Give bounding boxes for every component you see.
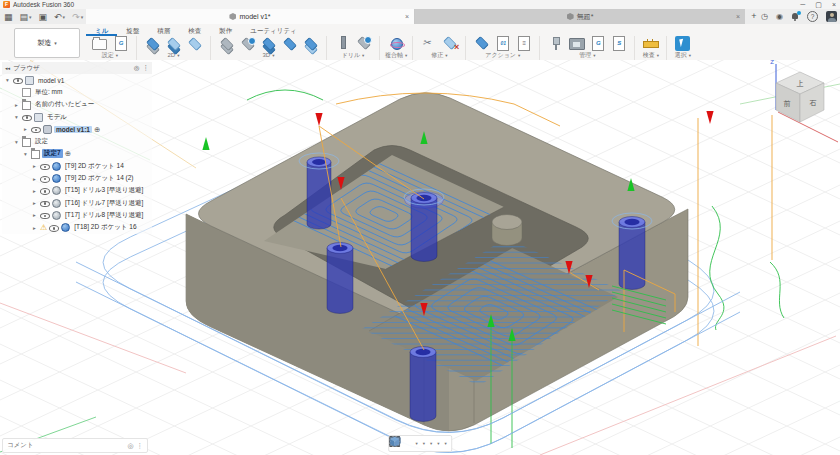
notifications-bell-icon[interactable] xyxy=(791,13,799,21)
workspace-selector[interactable]: 製造▾ xyxy=(14,28,80,58)
adaptive-clearing-icon[interactable] xyxy=(217,37,236,52)
file-menu-icon[interactable]: ▤▾ xyxy=(20,12,32,22)
visibility-eye-icon[interactable] xyxy=(40,199,50,208)
gcode-file-icon[interactable] xyxy=(588,36,607,51)
add-icon[interactable]: ⊕ xyxy=(65,149,71,158)
expander-icon[interactable]: ▸ xyxy=(13,102,20,108)
help-icon[interactable]: ? xyxy=(807,11,818,22)
scallop-icon[interactable] xyxy=(280,37,299,52)
tree-row-setups[interactable]: ▾ 設定 xyxy=(2,135,152,147)
tree-label[interactable]: 名前の付いたビュー xyxy=(33,100,96,109)
tree-row-setup7[interactable]: ▾ 設定7 ⊕ xyxy=(2,148,152,160)
tree-label[interactable]: 単位: mm xyxy=(33,88,64,97)
gcode-doc-icon[interactable] xyxy=(111,36,130,51)
tree-label[interactable]: 設定 xyxy=(33,137,50,146)
expander-icon[interactable]: ▾ xyxy=(22,151,29,157)
measure-icon[interactable] xyxy=(641,36,660,51)
expander-icon[interactable]: ▸ xyxy=(31,176,38,182)
tree-row-model[interactable]: ▾ モデル xyxy=(2,111,152,123)
comments-target-icon[interactable]: ◎ xyxy=(127,442,133,450)
expander-icon[interactable]: ▸ xyxy=(31,163,38,169)
swarf-icon[interactable] xyxy=(387,36,406,51)
tree-row-body[interactable]: ▸ model v1:1 ⊕ xyxy=(2,123,152,135)
setup-folder-icon[interactable] xyxy=(90,36,109,51)
tree-row-op-warning[interactable]: ▸ ⚠ [T18] 2D ポケット 16 xyxy=(2,222,152,234)
spiral-icon[interactable] xyxy=(301,37,320,52)
tree-label[interactable]: [T15] ドリル3 [早送り退避] xyxy=(63,186,145,195)
tab-model-v1[interactable]: model v1* × xyxy=(86,9,415,24)
bore-icon[interactable] xyxy=(354,36,373,51)
comments-bar[interactable]: コメント ◎ ⋮ xyxy=(2,438,148,453)
drill-icon[interactable] xyxy=(333,36,352,51)
expander-icon[interactable]: ▸ xyxy=(31,188,38,194)
tree-row-op[interactable]: ▸ [T9] 2D ポケット 14 xyxy=(2,160,152,172)
expander-icon[interactable]: ▸ xyxy=(22,126,29,132)
2d-pocket-icon[interactable] xyxy=(185,37,204,52)
visibility-eye-icon[interactable] xyxy=(31,125,41,134)
tab-close-icon[interactable]: × xyxy=(405,13,409,20)
visibility-eye-icon[interactable] xyxy=(40,211,50,220)
expander-icon[interactable]: ▾ xyxy=(4,77,11,83)
tree-label[interactable]: [T16] ドリル7 [早送り退避] xyxy=(63,199,145,208)
comments-menu-icon[interactable]: ⋮ xyxy=(137,442,144,450)
tree-label[interactable]: モデル xyxy=(45,113,69,122)
undo-icon[interactable]: ↶▾ xyxy=(54,12,65,22)
machine-library-icon[interactable] xyxy=(567,36,586,51)
tree-label[interactable]: [T17] ドリル8 [早送り退避] xyxy=(63,211,145,220)
tab-inspection[interactable]: 検査 xyxy=(179,25,210,36)
tab-close-icon[interactable]: × xyxy=(736,13,740,20)
new-tab-button[interactable]: + xyxy=(748,10,760,23)
job-status-icon[interactable]: ◷ xyxy=(761,12,768,21)
visibility-eye-icon[interactable] xyxy=(22,113,32,122)
browser-menu-icon[interactable]: ⋮ xyxy=(143,64,150,72)
parallel-icon[interactable] xyxy=(259,37,278,52)
tree-row-units[interactable]: 単位: mm xyxy=(2,86,152,98)
pocket-clearing-icon[interactable] xyxy=(238,37,257,52)
tree-row-op[interactable]: ▸ [T15] ドリル3 [早送り退避] xyxy=(2,185,152,197)
browser-target-icon[interactable]: ◎ xyxy=(134,64,140,72)
tab-untitled[interactable]: 無題* × xyxy=(415,9,745,24)
viewport-3d[interactable]: 上 前 右 Z ◂◂ ブラウザ ◎ ⋮ ▾ model v1 xyxy=(0,60,840,455)
display-settings-icon[interactable]: ▾ xyxy=(423,441,425,446)
expander-icon[interactable]: ▾ xyxy=(13,114,20,120)
expander-icon[interactable]: ▸ xyxy=(31,212,38,218)
tree-label[interactable]: [T9] 2D ポケット 14 xyxy=(63,162,126,171)
data-panel-icon[interactable]: ▦ xyxy=(4,12,13,22)
delete-toolpath-icon[interactable] xyxy=(440,36,459,51)
post-process-icon[interactable] xyxy=(472,36,491,51)
tree-label-selected[interactable]: model v1:1 xyxy=(54,126,92,133)
face-icon[interactable] xyxy=(143,37,162,52)
visibility-eye-icon[interactable] xyxy=(40,162,50,171)
tree-label[interactable]: model v1 xyxy=(36,77,66,84)
select-icon[interactable] xyxy=(673,36,692,51)
redo-icon[interactable]: ↷▾ xyxy=(72,12,83,22)
expander-icon[interactable]: ▸ xyxy=(31,225,38,231)
visibility-eye-icon[interactable] xyxy=(40,174,50,183)
tab-turning[interactable]: 旋盤 xyxy=(117,25,148,36)
visibility-eye-icon[interactable] xyxy=(13,76,23,85)
tab-milling[interactable]: ミル xyxy=(86,25,117,36)
layout-grid-icon[interactable]: ▾ xyxy=(430,441,432,446)
tree-row-op[interactable]: ▸ [T16] ドリル7 [早送り退避] xyxy=(2,197,152,209)
maximize-button[interactable]: ▢ xyxy=(815,0,822,9)
close-button[interactable]: × xyxy=(832,0,836,9)
visibility-eye-icon[interactable] xyxy=(40,186,50,195)
extensions-icon[interactable]: ◉ xyxy=(776,12,783,21)
setup-sheet-icon[interactable] xyxy=(493,36,512,51)
tab-fabrication[interactable]: 製作 xyxy=(210,25,241,36)
expander-icon[interactable]: ▾ xyxy=(13,139,20,145)
tree-row-root[interactable]: ▾ model v1 xyxy=(2,74,152,86)
operation-list-icon[interactable] xyxy=(514,36,533,51)
visual-style-icon[interactable]: ▾ xyxy=(445,441,447,446)
fit-icon[interactable]: ▾ xyxy=(415,441,417,446)
save-icon[interactable]: ▣ xyxy=(39,12,48,22)
tree-row-op[interactable]: ▸ [T9] 2D ポケット 14 (2) xyxy=(2,172,152,184)
tab-utilities[interactable]: ユーティリティ xyxy=(241,25,305,36)
expander-icon[interactable]: ▸ xyxy=(31,200,38,206)
tab-additive[interactable]: 積層 xyxy=(148,25,179,36)
tree-row-named-views[interactable]: ▸ 名前の付いたビュー xyxy=(2,99,152,111)
add-icon[interactable]: ⊕ xyxy=(94,125,100,134)
user-avatar[interactable] xyxy=(826,11,837,22)
viewports-icon[interactable]: ▾ xyxy=(437,441,439,446)
template-file-icon[interactable] xyxy=(609,36,628,51)
